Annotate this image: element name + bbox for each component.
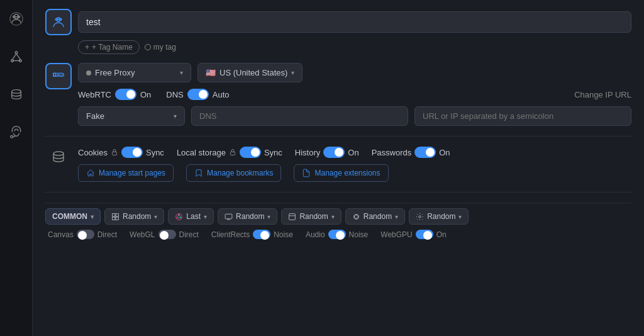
- webgl-toggle[interactable]: [158, 230, 176, 239]
- proxy-status-dot: [86, 70, 91, 76]
- webgpu-value: On: [436, 230, 447, 239]
- cookies-lock-icon: [111, 148, 118, 156]
- manage-bookmarks-label: Manage bookmarks: [207, 169, 273, 177]
- fingerprint-browser-dropdown[interactable]: Last ▾: [168, 208, 214, 225]
- os-label: Random: [123, 212, 151, 221]
- cookies-value: Sync: [146, 148, 164, 157]
- svg-point-5: [15, 52, 18, 54]
- bottom-settings-row: Canvas Direct WebGL Direct ClientRects N…: [45, 230, 631, 239]
- client-rects-item: ClientRects Noise: [211, 230, 293, 239]
- browser-chevron: ▾: [204, 213, 207, 220]
- country-label: US (United States): [219, 68, 287, 77]
- passwords-item: Passwords On: [372, 147, 450, 158]
- cookies-item: Cookies Sync: [78, 147, 164, 158]
- canvas-label: Canvas: [48, 230, 74, 239]
- cookies-toggle[interactable]: [121, 147, 143, 158]
- fingerprint-cpu-dropdown[interactable]: Random ▾: [345, 208, 405, 225]
- network-icon[interactable]: [5, 45, 28, 68]
- proxy-icon[interactable]: [45, 63, 72, 89]
- profile-avatar[interactable]: [45, 9, 72, 35]
- screen-icon: [225, 213, 233, 221]
- browser-label: Last: [186, 212, 201, 221]
- webrtc-toggle[interactable]: [115, 89, 136, 100]
- fingerprint-icon[interactable]: [5, 121, 28, 143]
- svg-line-32: [177, 217, 178, 218]
- fingerprint-preset-dropdown[interactable]: COMMON ▾: [45, 208, 101, 225]
- dns-input[interactable]: [191, 106, 408, 126]
- tags-row: + + Tag Name my tag: [78, 40, 631, 54]
- profile-name-input[interactable]: [78, 11, 631, 33]
- client-rects-toggle[interactable]: [253, 230, 270, 239]
- manage-start-pages-label: Manage start pages: [99, 169, 165, 177]
- storage-icon[interactable]: [5, 83, 28, 106]
- tag-button-label: + Tag Name: [92, 43, 133, 52]
- dns-toggle[interactable]: [187, 89, 209, 100]
- svg-rect-22: [112, 152, 116, 155]
- storage-controls: Cookies Sync Local storage Sync: [78, 147, 631, 182]
- avatar-icon[interactable]: [5, 8, 28, 30]
- country-flag: 🇺🇸: [206, 68, 216, 77]
- proxy-type-select[interactable]: Free Proxy ▾: [78, 63, 191, 82]
- proxy-type-chevron: ▾: [180, 69, 183, 76]
- svg-point-29: [178, 215, 180, 218]
- change-ip-input[interactable]: [414, 106, 631, 126]
- chrome-icon: [175, 213, 183, 221]
- fingerprint-window-dropdown[interactable]: Random ▾: [281, 208, 341, 225]
- storage-row: Cookies Sync Local storage Sync: [78, 147, 631, 158]
- add-tag-button[interactable]: + + Tag Name: [78, 40, 140, 54]
- local-storage-toggle[interactable]: [240, 147, 261, 158]
- main-content: + + Tag Name my tag Free Proxy: [33, 0, 644, 336]
- proxy-type-label: Free Proxy: [95, 68, 135, 77]
- webrtc-label: WebRTC: [78, 90, 111, 99]
- storage-icon-area: [45, 147, 72, 164]
- local-storage-item: Local storage Sync: [177, 147, 282, 158]
- passwords-value: On: [439, 148, 450, 157]
- proxy-top-row: Free Proxy ▾ 🇺🇸 US (United States) ▾: [78, 63, 631, 82]
- proxy-controls: Free Proxy ▾ 🇺🇸 US (United States) ▾ Web…: [78, 63, 631, 126]
- audio-label: Audio: [306, 230, 325, 239]
- audio-item: Audio Noise: [306, 230, 368, 239]
- bookmark-icon: [194, 169, 203, 177]
- manage-extensions-label: Manage extensions: [314, 169, 380, 177]
- local-storage-label: Local storage: [177, 148, 226, 157]
- gpu-chevron: ▾: [458, 213, 462, 220]
- svg-rect-25: [116, 213, 118, 216]
- fingerprint-gpu-dropdown[interactable]: Random ▾: [409, 208, 469, 225]
- local-storage-lock-icon: [229, 148, 236, 156]
- cpu-label: Random: [364, 212, 392, 221]
- plus-icon: +: [85, 43, 89, 52]
- proxy-inputs-row: Fake ▾: [78, 106, 631, 126]
- my-tag-button[interactable]: my tag: [145, 43, 176, 52]
- client-rects-label: ClientRects: [211, 230, 250, 239]
- manage-row: Manage start pages Manage bookmarks Mana…: [78, 164, 631, 182]
- fingerprint-screen-dropdown[interactable]: Random ▾: [218, 208, 277, 225]
- manage-bookmarks-button[interactable]: Manage bookmarks: [186, 164, 281, 182]
- sidebar: [0, 0, 33, 336]
- profile-section: + + Tag Name my tag: [45, 9, 631, 54]
- svg-line-9: [16, 53, 20, 59]
- dns-label: DNS: [166, 90, 183, 99]
- history-toggle[interactable]: [323, 147, 345, 158]
- extension-icon: [302, 169, 311, 177]
- svg-point-12: [10, 136, 13, 138]
- history-value: On: [348, 148, 358, 157]
- manage-start-pages-button[interactable]: Manage start pages: [78, 164, 174, 182]
- svg-rect-24: [113, 213, 115, 216]
- cpu-icon: [352, 213, 360, 221]
- passwords-toggle[interactable]: [414, 147, 436, 158]
- webgl-item: WebGL Direct: [130, 230, 199, 239]
- audio-toggle[interactable]: [328, 230, 346, 239]
- cpu-chevron: ▾: [395, 213, 398, 220]
- canvas-item: Canvas Direct: [48, 230, 117, 239]
- canvas-toggle[interactable]: [77, 230, 94, 239]
- webgpu-toggle[interactable]: [416, 230, 433, 239]
- webgl-value: Direct: [179, 230, 199, 239]
- manage-extensions-button[interactable]: Manage extensions: [294, 164, 388, 182]
- fake-label: Fake: [86, 111, 104, 121]
- divider-2: [45, 192, 631, 193]
- svg-line-31: [180, 217, 182, 218]
- fake-dropdown[interactable]: Fake ▾: [78, 106, 185, 126]
- fingerprint-os-dropdown[interactable]: Random ▾: [104, 208, 164, 225]
- proxy-country-select[interactable]: 🇺🇸 US (United States) ▾: [197, 63, 303, 82]
- webgpu-item: WebGPU On: [380, 230, 446, 239]
